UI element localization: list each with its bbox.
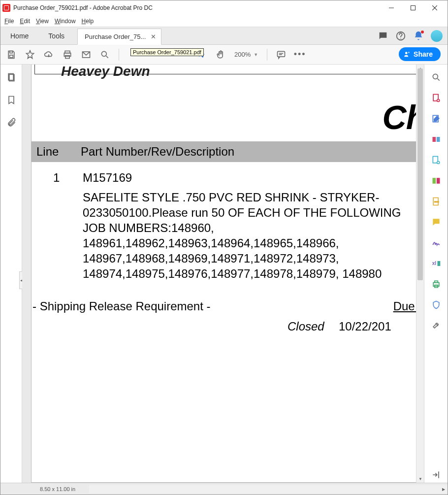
document-tab[interactable]: Purchase Order_75... ✕ (77, 29, 161, 45)
bookmark-icon[interactable] (6, 95, 16, 105)
pdf-page: Heavey Dewn Cha Line Part Number/Rev/Des… (31, 65, 424, 483)
window-title: Purchase Order_759021.pdf - Adobe Acroba… (13, 4, 381, 11)
toolbar-separator (119, 49, 119, 61)
print-icon[interactable] (63, 50, 72, 60)
maximize-button[interactable] (402, 0, 424, 15)
table-icon[interactable]: xl (431, 259, 441, 268)
comment-tool-icon[interactable] (431, 217, 441, 227)
create-pdf-icon[interactable] (431, 93, 441, 103)
document-tab-label: Purchase Order_75... (85, 33, 146, 40)
toolbar: 200%▼ ••• Share (0, 45, 448, 65)
svg-rect-7 (10, 55, 13, 57)
zoom-caret-icon: ▼ (254, 52, 258, 57)
svg-rect-37 (434, 281, 438, 282)
tab-bar: Home Tools Purchase Order_75... ✕ (0, 27, 448, 45)
more-tools-icon[interactable] (431, 321, 441, 330)
menu-window[interactable]: Window (55, 18, 76, 25)
minimize-button[interactable] (381, 0, 402, 15)
zoom-level[interactable]: 200%▼ (234, 51, 258, 58)
tab-home[interactable]: Home (0, 28, 38, 44)
status-bar: 8.50 x 11.00 in ◀ ▶ (0, 483, 448, 495)
svg-point-18 (408, 52, 409, 53)
tooltip: Purchase Order_759021.pdf (130, 48, 204, 56)
svg-rect-1 (411, 6, 416, 10)
title-bar: Purchase Order_759021.pdf - Adobe Acroba… (0, 0, 448, 15)
share-person-icon (404, 51, 411, 58)
shipping-requirement-label: - Shipping Release Requirement - (32, 299, 211, 313)
svg-rect-27 (436, 137, 440, 142)
col-line: Line (32, 145, 81, 159)
svg-point-12 (101, 51, 106, 56)
zoom-value: 200% (234, 51, 251, 58)
svg-rect-14 (278, 51, 285, 57)
export-pdf-icon[interactable] (431, 134, 441, 144)
menu-view[interactable]: View (36, 18, 49, 25)
print-tool-icon[interactable] (431, 279, 441, 289)
hscroll-right-icon[interactable]: ▶ (440, 485, 448, 493)
vertical-scrollbar[interactable]: ▲ ▼ (416, 65, 424, 483)
svg-point-17 (405, 52, 408, 54)
share-button[interactable]: Share (399, 47, 441, 61)
app-icon (2, 4, 10, 12)
svg-line-22 (437, 79, 439, 81)
account-avatar[interactable] (431, 30, 443, 42)
notifications-icon[interactable] (413, 31, 424, 41)
svg-line-13 (106, 56, 108, 58)
cloud-icon[interactable] (44, 50, 54, 60)
svg-rect-33 (434, 201, 439, 202)
tab-close-icon[interactable]: ✕ (151, 33, 156, 40)
svg-point-21 (433, 74, 438, 79)
edit-pdf-icon[interactable] (431, 114, 441, 124)
closed-label: Closed (288, 320, 324, 333)
share-label: Share (414, 50, 433, 58)
toolbar-separator (267, 49, 267, 61)
close-button[interactable] (424, 0, 446, 15)
chat-icon[interactable] (378, 31, 388, 41)
protect-icon[interactable] (431, 300, 441, 310)
scroll-down-icon[interactable]: ▼ (416, 475, 424, 483)
closed-date: 10/22/201 (339, 320, 391, 333)
svg-rect-31 (436, 178, 440, 184)
organize-icon[interactable] (431, 155, 441, 165)
svg-text:xl: xl (432, 261, 436, 266)
svg-rect-30 (432, 178, 436, 184)
menu-bar: File Edit View Window Help (0, 15, 448, 27)
sign-icon[interactable] (431, 238, 441, 248)
menu-help[interactable]: Help (82, 18, 94, 25)
description: SAFELITE STYLE .750 PVC RED SHRINK - STR… (83, 190, 424, 281)
attachment-icon[interactable] (6, 118, 16, 128)
save-icon[interactable] (6, 50, 16, 60)
page-size: 8.50 x 11.00 in (40, 486, 75, 492)
comment-icon[interactable] (276, 50, 286, 60)
thumbnails-icon[interactable] (6, 72, 16, 82)
help-icon[interactable] (395, 31, 406, 41)
tab-tools[interactable]: Tools (38, 28, 74, 44)
email-icon[interactable] (81, 50, 91, 60)
svg-rect-35 (437, 261, 440, 266)
search-icon[interactable] (100, 50, 110, 60)
svg-rect-6 (10, 51, 13, 53)
line-number: 1 (53, 171, 60, 185)
menu-file[interactable]: File (4, 18, 14, 25)
redact-icon[interactable] (431, 197, 441, 206)
part-number: M157169 (83, 171, 132, 185)
right-panel-collapse[interactable] (431, 470, 441, 480)
left-navigation-rail: ◀ (0, 65, 22, 483)
svg-rect-26 (432, 137, 436, 142)
star-icon[interactable] (25, 50, 35, 60)
svg-point-5 (400, 38, 401, 38)
hand-icon[interactable] (216, 50, 225, 60)
col-part: Part Number/Rev/Description (81, 145, 234, 159)
search-right-icon[interactable] (431, 72, 441, 82)
more-icon[interactable]: ••• (295, 50, 305, 60)
document-viewport[interactable]: Heavey Dewn Cha Line Part Number/Rev/Des… (22, 65, 424, 483)
scroll-thumb[interactable] (417, 68, 423, 280)
combine-icon[interactable] (431, 176, 441, 186)
table-header: Line Part Number/Rev/Description (32, 141, 424, 162)
header-text: Heavey Dewn (61, 65, 150, 79)
right-tools-rail: xl (424, 65, 448, 483)
horizontal-scrollbar[interactable] (89, 485, 448, 493)
menu-edit[interactable]: Edit (20, 18, 30, 25)
